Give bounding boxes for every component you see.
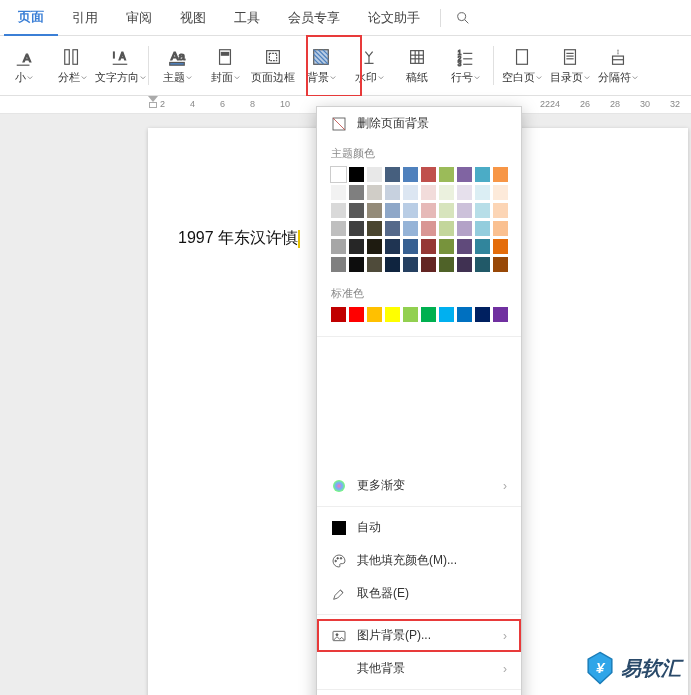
color-swatch[interactable]	[403, 257, 418, 272]
color-swatch[interactable]	[457, 167, 472, 182]
eyedropper[interactable]: 取色器(E)	[317, 577, 521, 610]
color-swatch[interactable]	[493, 185, 508, 200]
tool-line-number[interactable]: 123行号	[441, 40, 489, 91]
color-swatch[interactable]	[385, 239, 400, 254]
color-swatch[interactable]	[403, 307, 418, 322]
color-swatch[interactable]	[421, 257, 436, 272]
color-swatch[interactable]	[439, 239, 454, 254]
color-swatch[interactable]	[439, 185, 454, 200]
tool-watermark[interactable]: 水印	[345, 40, 393, 91]
color-swatch[interactable]	[457, 185, 472, 200]
color-swatch[interactable]	[475, 203, 490, 218]
color-swatch[interactable]	[475, 307, 490, 322]
color-swatch[interactable]	[403, 221, 418, 236]
color-swatch[interactable]	[421, 185, 436, 200]
color-swatch[interactable]	[421, 167, 436, 182]
color-swatch[interactable]	[385, 257, 400, 272]
color-swatch[interactable]	[349, 185, 364, 200]
color-swatch[interactable]	[493, 307, 508, 322]
color-swatch[interactable]	[349, 167, 364, 182]
color-swatch[interactable]	[331, 185, 346, 200]
color-swatch[interactable]	[475, 185, 490, 200]
color-swatch[interactable]	[421, 221, 436, 236]
color-swatch[interactable]	[439, 257, 454, 272]
tool-shrink[interactable]: A小	[0, 40, 48, 91]
color-swatch[interactable]	[349, 221, 364, 236]
color-swatch[interactable]	[475, 239, 490, 254]
color-swatch[interactable]	[403, 239, 418, 254]
color-swatch[interactable]	[367, 307, 382, 322]
tab-视图[interactable]: 视图	[166, 0, 220, 36]
color-swatch[interactable]	[385, 203, 400, 218]
tab-审阅[interactable]: 审阅	[112, 0, 166, 36]
color-swatch[interactable]	[385, 185, 400, 200]
color-swatch[interactable]	[349, 239, 364, 254]
color-swatch[interactable]	[493, 257, 508, 272]
color-swatch[interactable]	[475, 167, 490, 182]
auto-color[interactable]: 自动	[317, 511, 521, 544]
search-icon[interactable]	[455, 10, 471, 26]
tool-columns[interactable]: 分栏	[48, 40, 96, 91]
color-swatch[interactable]	[421, 203, 436, 218]
color-swatch[interactable]	[367, 167, 382, 182]
color-swatch[interactable]	[439, 307, 454, 322]
tool-separator[interactable]: 分隔符	[594, 40, 642, 91]
tab-论文助手[interactable]: 论文助手	[354, 0, 434, 36]
color-swatch[interactable]	[493, 203, 508, 218]
color-swatch[interactable]	[493, 239, 508, 254]
color-swatch[interactable]	[331, 257, 346, 272]
tab-引用[interactable]: 引用	[58, 0, 112, 36]
color-swatch[interactable]	[331, 221, 346, 236]
tool-blank-page[interactable]: 空白页	[498, 40, 546, 91]
color-swatch[interactable]	[367, 203, 382, 218]
color-swatch[interactable]	[349, 203, 364, 218]
text-cursor	[298, 230, 300, 248]
more-fill-colors[interactable]: 其他填充颜色(M)...	[317, 544, 521, 577]
color-swatch[interactable]	[403, 185, 418, 200]
tab-页面[interactable]: 页面	[4, 0, 58, 36]
color-swatch[interactable]	[421, 307, 436, 322]
color-swatch[interactable]	[331, 203, 346, 218]
color-swatch[interactable]	[331, 307, 346, 322]
color-swatch[interactable]	[385, 307, 400, 322]
color-swatch[interactable]	[349, 257, 364, 272]
tool-toc-page[interactable]: 目录页	[546, 40, 594, 91]
color-swatch[interactable]	[403, 167, 418, 182]
color-swatch[interactable]	[439, 167, 454, 182]
other-background[interactable]: 其他背景 ›	[317, 652, 521, 685]
color-swatch[interactable]	[367, 257, 382, 272]
color-swatch[interactable]	[421, 239, 436, 254]
picture-background[interactable]: 图片背景(P)... ›	[317, 619, 521, 652]
tab-会员专享[interactable]: 会员专享	[274, 0, 354, 36]
color-swatch[interactable]	[493, 167, 508, 182]
color-swatch[interactable]	[331, 167, 346, 182]
color-swatch[interactable]	[457, 221, 472, 236]
color-swatch[interactable]	[331, 239, 346, 254]
color-swatch[interactable]	[367, 221, 382, 236]
color-swatch[interactable]	[385, 167, 400, 182]
color-swatch[interactable]	[385, 221, 400, 236]
color-swatch[interactable]	[457, 257, 472, 272]
color-swatch[interactable]	[475, 257, 490, 272]
color-swatch[interactable]	[403, 203, 418, 218]
color-swatch[interactable]	[457, 307, 472, 322]
color-swatch[interactable]	[367, 239, 382, 254]
tool-background[interactable]: 背景	[297, 40, 345, 91]
more-gradient[interactable]: 更多渐变 ›	[317, 469, 521, 502]
color-swatch[interactable]	[457, 239, 472, 254]
color-swatch[interactable]	[439, 203, 454, 218]
tool-page-border[interactable]: 页面边框	[249, 40, 297, 91]
color-swatch[interactable]	[367, 185, 382, 200]
tool-cover[interactable]: 封面	[201, 40, 249, 91]
color-swatch[interactable]	[349, 307, 364, 322]
margin-marker[interactable]	[148, 96, 158, 108]
tool-manuscript[interactable]: 稿纸	[393, 40, 441, 91]
tab-工具[interactable]: 工具	[220, 0, 274, 36]
delete-page-background[interactable]: 删除页面背景	[317, 107, 521, 140]
color-swatch[interactable]	[439, 221, 454, 236]
tool-theme[interactable]: Aa主题	[153, 40, 201, 91]
tool-text-direction[interactable]: IA文字方向	[96, 40, 144, 91]
color-swatch[interactable]	[493, 221, 508, 236]
color-swatch[interactable]	[475, 221, 490, 236]
color-swatch[interactable]	[457, 203, 472, 218]
